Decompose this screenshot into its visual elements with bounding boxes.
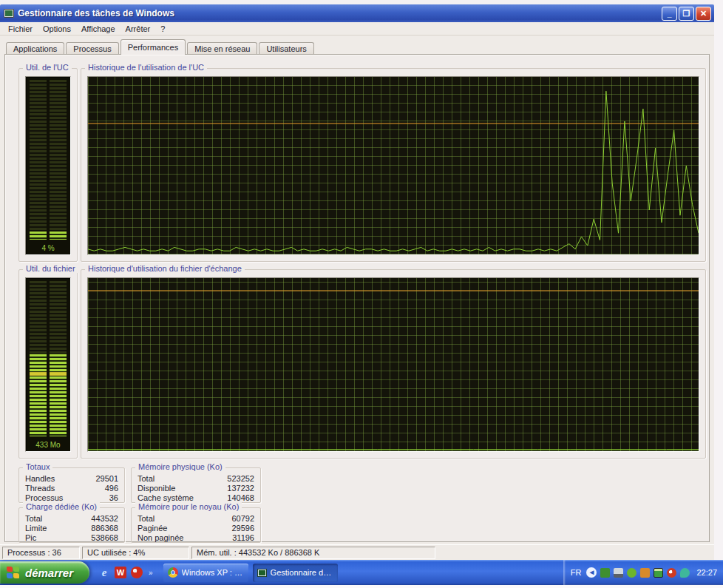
pagefile-history-group: Historique d'utilisation du fichier d'éc… bbox=[81, 269, 706, 459]
menu-arreter[interactable]: Arrêter bbox=[120, 23, 156, 35]
physical-memory-group-caption: Mémoire physique (Ko) bbox=[135, 462, 225, 471]
tray-icon-1[interactable] bbox=[600, 568, 610, 578]
kernel-memory-group: Mémoire pour le noyau (Ko) Total60792 Pa… bbox=[131, 507, 261, 543]
tray-icon-7[interactable] bbox=[680, 568, 690, 578]
stat-value: 443532 bbox=[91, 514, 118, 524]
pagefile-history-line bbox=[88, 278, 699, 451]
windows-flag-icon bbox=[7, 567, 19, 578]
cpu-history-line bbox=[88, 77, 699, 254]
tab-strip: Applications Processus Performances Mise… bbox=[6, 40, 316, 55]
task-manager-app-icon bbox=[4, 9, 14, 18]
menu-fichier[interactable]: Fichier bbox=[3, 23, 38, 35]
tray-icon-3[interactable] bbox=[627, 568, 637, 578]
menu-bar: Fichier Options Affichage Arrêter ? bbox=[0, 22, 714, 36]
browser-icon[interactable] bbox=[131, 567, 143, 578]
pagefile-usage-group-caption: Util. du fichier bbox=[23, 264, 78, 273]
stat-value: 137232 bbox=[227, 484, 254, 493]
chrome-icon bbox=[168, 567, 178, 578]
pagefile-usage-value: 433 Mo bbox=[26, 441, 70, 449]
stat-label: Threads bbox=[25, 484, 55, 493]
minimize-button[interactable]: _ bbox=[662, 7, 677, 21]
cpu-usage-value: 4 % bbox=[26, 244, 70, 252]
system-tray: FR ◄ 22:27 bbox=[563, 560, 723, 585]
stat-value: 538668 bbox=[91, 533, 118, 543]
cpu-usage-group-caption: Util. de l'UC bbox=[23, 63, 72, 72]
stat-label: Total bbox=[138, 514, 155, 524]
stat-label: Disponible bbox=[138, 484, 175, 493]
tray-icon-display[interactable] bbox=[614, 568, 623, 578]
pagefile-usage-group: Util. du fichier 433 Mo bbox=[18, 269, 78, 459]
internet-explorer-icon[interactable]: e bbox=[98, 567, 110, 578]
restore-button[interactable]: ❐ bbox=[679, 7, 694, 21]
physical-memory-group: Mémoire physique (Ko) Total523252 Dispon… bbox=[131, 467, 261, 503]
taskbar-buttons: Windows XP : ne dém... Gestionnaire des … bbox=[163, 564, 338, 582]
title-bar: Gestionnaire des tâches de Windows _ ❐ ✕ bbox=[0, 4, 714, 22]
commit-charge-group: Charge dédiée (Ko) Total443532 Limite886… bbox=[18, 507, 125, 543]
pagefile-usage-gauge: 433 Mo bbox=[25, 277, 71, 452]
menu-options[interactable]: Options bbox=[38, 23, 76, 35]
tab-processus[interactable]: Processus bbox=[66, 42, 118, 55]
language-indicator[interactable]: FR bbox=[571, 568, 582, 577]
stat-value: 31196 bbox=[232, 533, 254, 543]
stat-value: 29501 bbox=[95, 474, 118, 484]
stat-label: Limite bbox=[25, 524, 47, 533]
quick-launch-overflow-chevron[interactable]: » bbox=[149, 569, 153, 577]
close-button[interactable]: ✕ bbox=[696, 7, 711, 21]
menu-affichage[interactable]: Affichage bbox=[76, 23, 120, 35]
stat-label: Total bbox=[25, 514, 42, 524]
window-title: Gestionnaire des tâches de Windows bbox=[18, 8, 660, 18]
commit-charge-group-caption: Charge dédiée (Ko) bbox=[23, 502, 100, 511]
cpu-history-group: Historique de l'utilisation de l'UC bbox=[81, 68, 706, 262]
status-processes: Processus : 36 bbox=[2, 547, 80, 559]
w-app-icon[interactable]: W bbox=[115, 567, 126, 578]
status-memory-usage: Mém. util. : 443532 Ko / 886368 K bbox=[191, 547, 435, 559]
tray-collapse-chevron-icon[interactable]: ◄ bbox=[586, 567, 597, 578]
cpu-history-group-caption: Historique de l'utilisation de l'UC bbox=[85, 63, 207, 72]
stat-label: Handles bbox=[25, 474, 55, 484]
stat-value: 29596 bbox=[231, 524, 254, 533]
photo-margin-right bbox=[714, 0, 723, 560]
start-button[interactable]: démarrer bbox=[0, 561, 89, 584]
stat-value: 496 bbox=[105, 484, 118, 493]
totals-group: Totaux Handles29501 Threads496 Processus… bbox=[18, 467, 125, 503]
stat-value: 523252 bbox=[227, 474, 254, 484]
taskbar: démarrer e W » Windows XP : ne dém... Ge… bbox=[0, 560, 723, 585]
menu-aide[interactable]: ? bbox=[155, 23, 170, 35]
taskbar-button-browser-window[interactable]: Windows XP : ne dém... bbox=[163, 564, 248, 582]
tab-performances[interactable]: Performances bbox=[120, 39, 186, 55]
status-cpu-usage: UC utilisée : 4% bbox=[82, 547, 189, 559]
tab-utilisateurs[interactable]: Utilisateurs bbox=[259, 42, 313, 55]
tray-icon-battery[interactable] bbox=[654, 568, 663, 578]
photo-margin-bottom bbox=[0, 585, 723, 588]
performance-tab-page: Util. de l'UC 4 % Historique de l'utilis… bbox=[4, 54, 710, 542]
start-button-label: démarrer bbox=[25, 567, 73, 579]
taskbar-clock: 22:27 bbox=[696, 568, 717, 577]
tab-mise-en-reseau[interactable]: Mise en réseau bbox=[187, 42, 257, 55]
tab-applications[interactable]: Applications bbox=[6, 42, 64, 55]
stat-label: Pic bbox=[25, 533, 36, 543]
stat-label: Paginée bbox=[138, 524, 167, 533]
stat-value: 36 bbox=[109, 493, 118, 503]
stat-value: 886368 bbox=[91, 524, 118, 533]
pagefile-history-graph bbox=[87, 277, 699, 452]
task-manager-icon bbox=[257, 569, 267, 577]
quick-launch-bar: e W » bbox=[98, 567, 153, 578]
desktop-screen: Gestionnaire des tâches de Windows _ ❐ ✕… bbox=[0, 0, 723, 588]
cpu-history-graph bbox=[87, 76, 699, 255]
kernel-memory-group-caption: Mémoire pour le noyau (Ko) bbox=[135, 502, 242, 511]
status-bar: Processus : 36 UC utilisée : 4% Mém. uti… bbox=[0, 544, 714, 560]
cpu-usage-gauge: 4 % bbox=[25, 76, 71, 255]
tray-icon-4[interactable] bbox=[640, 568, 650, 578]
taskbar-button-task-manager[interactable]: Gestionnaire des tâch... bbox=[253, 564, 338, 582]
cpu-usage-group: Util. de l'UC 4 % bbox=[18, 68, 78, 262]
stat-label: Total bbox=[138, 474, 155, 484]
tray-icon-6[interactable] bbox=[667, 568, 676, 578]
stat-value: 60792 bbox=[231, 514, 254, 524]
totals-group-caption: Totaux bbox=[23, 462, 52, 471]
stat-label: Non paginée bbox=[138, 533, 183, 543]
pagefile-history-group-caption: Historique d'utilisation du fichier d'éc… bbox=[85, 264, 245, 273]
